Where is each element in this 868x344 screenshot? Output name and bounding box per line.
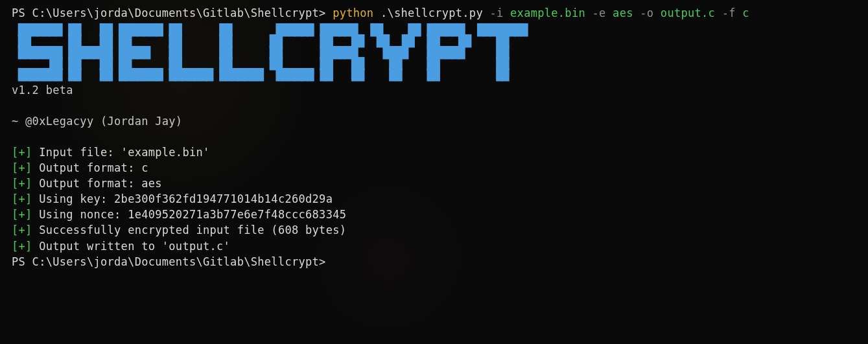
plus-icon: +: [19, 177, 26, 190]
bracket-close-icon: ]: [25, 224, 32, 236]
output-message: Output format: aes: [32, 177, 162, 190]
bracket-open-icon: [: [12, 224, 19, 236]
flag-encrypt: -e: [592, 6, 605, 19]
bracket-open-icon: [: [12, 192, 19, 205]
output-message: Successfully encrypted input file (608 b…: [32, 224, 347, 236]
bracket-open-icon: [: [12, 146, 19, 159]
arg-format: c: [736, 6, 749, 19]
output-message: Using nonce: 1e409520271a3b77e6e7f48ccc6…: [32, 208, 347, 221]
bracket-open-icon: [: [12, 240, 19, 253]
arg-input: example.bin: [504, 6, 592, 19]
output-line: [+] Input file: 'example.bin': [12, 144, 856, 160]
version-text: v1.2 beta: [12, 82, 856, 98]
command-line[interactable]: PS C:\Users\jorda\Documents\Gitlab\Shell…: [12, 5, 856, 21]
bracket-open-icon: [: [12, 161, 19, 174]
output-line: [+] Output written to 'output.c': [12, 238, 856, 254]
command-executable: python: [333, 6, 373, 19]
final-prompt-line[interactable]: PS C:\Users\jorda\Documents\Gitlab\Shell…: [12, 254, 856, 269]
plus-icon: +: [19, 161, 26, 174]
plus-icon: +: [19, 224, 26, 236]
output-line: [+] Output format: aes: [12, 176, 856, 191]
plus-icon: +: [19, 208, 26, 221]
bracket-close-icon: ]: [25, 240, 32, 253]
author-text: ~ @0xLegacyy (Jordan Jay): [12, 113, 856, 129]
spacer: [12, 129, 856, 144]
arg-output: output.c: [653, 6, 721, 19]
ascii-banner: ███████ ██ ██ ███████ ██ ██ ██████ █████…: [12, 25, 856, 80]
final-prompt: PS C:\Users\jorda\Documents\Gitlab\Shell…: [12, 255, 326, 268]
bracket-open-icon: [: [12, 208, 19, 221]
output-line: [+] Using key: 2be300f362fd194771014b14c…: [12, 191, 856, 207]
output-container: [+] Input file: 'example.bin'[+] Output …: [12, 144, 856, 254]
output-message: Output format: c: [32, 161, 148, 174]
output-message: Using key: 2be300f362fd194771014b14c260d…: [32, 192, 333, 205]
bracket-close-icon: ]: [25, 161, 32, 174]
flag-output: -o: [640, 6, 653, 19]
plus-icon: +: [19, 146, 26, 159]
arg-encrypt: aes: [606, 6, 640, 19]
spacer: [12, 98, 856, 113]
output-line: [+] Output format: c: [12, 160, 856, 176]
plus-icon: +: [19, 192, 26, 205]
plus-icon: +: [19, 240, 26, 253]
output-message: Output written to 'output.c': [32, 240, 231, 253]
output-line: [+] Using nonce: 1e409520271a3b77e6e7f48…: [12, 207, 856, 222]
bracket-close-icon: ]: [25, 208, 32, 221]
output-line: [+] Successfully encrypted input file (6…: [12, 222, 856, 238]
bracket-open-icon: [: [12, 177, 19, 190]
bracket-close-icon: ]: [25, 192, 32, 205]
flag-input: -i: [489, 6, 503, 19]
bracket-close-icon: ]: [25, 177, 32, 190]
command-script: .\shellcrypt.py: [373, 6, 489, 19]
prompt-prefix: PS C:\Users\jorda\Documents\Gitlab\Shell…: [12, 6, 333, 19]
bracket-close-icon: ]: [25, 146, 32, 159]
flag-format: -f: [722, 6, 736, 19]
output-message: Input file: 'example.bin': [32, 146, 210, 159]
